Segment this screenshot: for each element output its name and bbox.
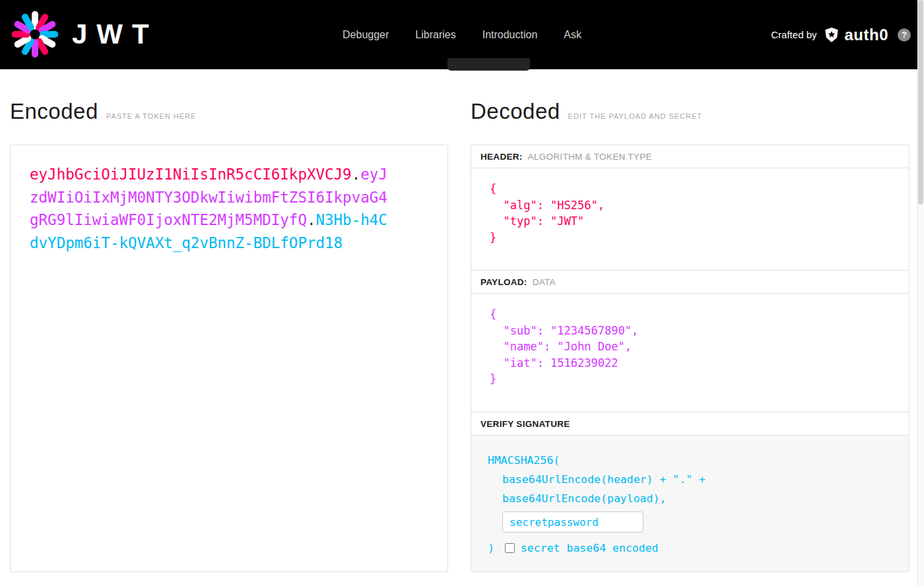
auth0-logo-text: auth0 <box>844 26 888 44</box>
encoded-header: Encoded PASTE A TOKEN HERE <box>10 99 196 124</box>
secret-input[interactable] <box>502 511 644 533</box>
auth0-logo[interactable]: auth0 <box>823 26 888 44</box>
jwt-debugger-page: JWT Debugger Libraries Introduction Ask … <box>0 0 924 586</box>
signature-formula-line: base64UrlEncode(payload), <box>488 489 896 508</box>
signature-formula-line: HMACSHA256( <box>488 451 896 470</box>
base64-encoded-label[interactable]: secret base64 encoded <box>521 538 659 558</box>
signature-close-row: ) secret base64 encoded <box>488 538 896 558</box>
signature-close-paren: ) <box>488 538 494 558</box>
decoded-header: Decoded EDIT THE PAYLOAD AND SECRET <box>471 99 702 124</box>
payload-section-label: PAYLOAD: <box>480 277 527 287</box>
scrollbar-thumb[interactable] <box>918 0 923 205</box>
nav-link-debugger[interactable]: Debugger <box>343 29 389 41</box>
payload-section-label-row: PAYLOAD: DATA <box>471 271 909 294</box>
decoded-subtitle: EDIT THE PAYLOAD AND SECRET <box>568 112 702 120</box>
decoded-panel: HEADER: ALGORITHM & TOKEN TYPE { "alg": … <box>471 145 909 572</box>
nav-link-libraries[interactable]: Libraries <box>415 29 455 41</box>
help-icon[interactable]: ? <box>898 28 911 42</box>
decoded-title: Decoded <box>471 99 560 124</box>
encoded-title: Encoded <box>10 99 98 124</box>
header-section-label: HEADER: <box>480 152 523 162</box>
verify-signature-label-row: VERIFY SIGNATURE <box>471 412 909 436</box>
scrollbar-track <box>917 0 924 586</box>
payload-json-content: { "sub": "1234567890", "name": "John Doe… <box>490 306 896 387</box>
auth0-shield-icon <box>823 26 840 44</box>
nav-link-introduction[interactable]: Introduction <box>482 29 538 41</box>
nav-link-ask[interactable]: Ask <box>564 29 581 41</box>
verify-signature-label: VERIFY SIGNATURE <box>480 419 570 429</box>
jwt-token-text: eyJhbGciOiJIUzI1NiIsInR5cCI6IkpXVCJ9.eyJ… <box>30 163 393 254</box>
token-separator-dot: . <box>352 166 361 183</box>
base64-encoded-checkbox[interactable] <box>505 543 515 553</box>
encoded-token-editor[interactable]: eyJhbGciOiJIUzI1NiIsInR5cCI6IkpXVCJ9.eyJ… <box>10 145 448 572</box>
jwt-starburst-icon <box>10 9 60 59</box>
navbar-right: Crafted by auth0 ? <box>771 0 911 69</box>
algorithm-selector-partial[interactable] <box>447 58 530 71</box>
encoded-subtitle: PASTE A TOKEN HERE <box>106 112 197 120</box>
jwt-logo[interactable]: JWT <box>10 6 158 63</box>
token-separator-dot: . <box>307 211 316 228</box>
payload-section-sublabel: DATA <box>533 277 556 287</box>
header-section-label-row: HEADER: ALGORITHM & TOKEN TYPE <box>471 145 909 168</box>
jwt-logo-text: JWT <box>72 6 158 63</box>
header-section-sublabel: ALGORITHM & TOKEN TYPE <box>528 152 652 162</box>
signature-formula-line: base64UrlEncode(header) + "." + <box>488 470 896 489</box>
token-header-segment: eyJhbGciOiJIUzI1NiIsInR5cCI6IkpXVCJ9 <box>30 166 352 183</box>
header-json-content: { "alg": "HS256", "typ": "JWT" } <box>490 181 896 245</box>
verify-signature-area: HMACSHA256( base64UrlEncode(header) + ".… <box>471 436 909 571</box>
payload-json-editor[interactable]: { "sub": "1234567890", "name": "John Doe… <box>471 294 909 412</box>
crafted-by-label: Crafted by <box>771 29 816 40</box>
header-json-editor[interactable]: { "alg": "HS256", "typ": "JWT" } <box>471 168 909 271</box>
